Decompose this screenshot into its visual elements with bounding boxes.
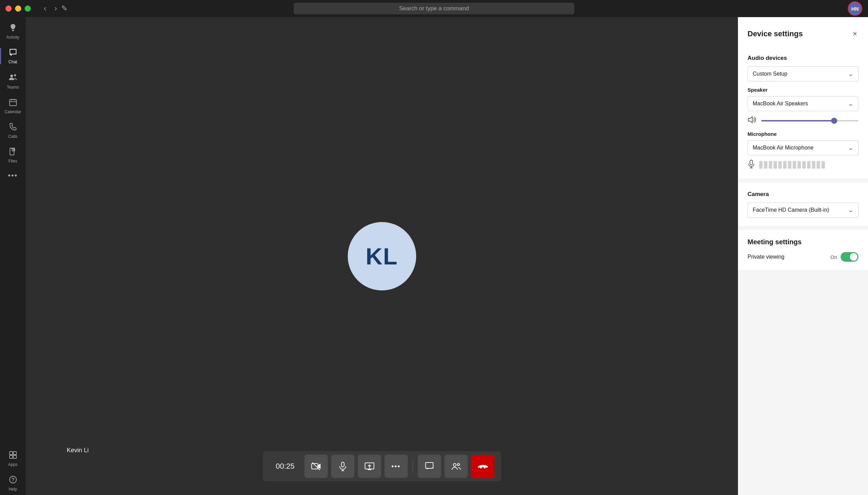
private-viewing-label: Private viewing [748,254,784,260]
search-placeholder: Search or type a command [399,5,469,12]
main-layout: Activity Chat Teams Calenda [0,17,868,495]
svg-point-24 [457,464,459,466]
microphone-label: Microphone [748,131,858,137]
more-options-icon: ••• [391,463,400,470]
maximize-window-btn[interactable] [25,5,31,12]
calendar-icon [9,98,17,108]
participants-button[interactable] [444,455,468,478]
svg-point-0 [10,75,13,77]
private-viewing-row: Private viewing On [748,252,858,262]
audio-devices-section: Audio devices Custom Setup ⌄ Speaker Mac… [738,47,868,179]
mic-bar-10 [802,161,806,169]
speaker-chevron-icon: ⌄ [848,100,853,107]
speaker-dropdown[interactable]: MacBook Air Speakers ⌄ [748,96,858,111]
participant-initials: KL [366,243,398,270]
volume-fill [761,120,834,121]
audio-devices-label: Audio devices [748,55,858,62]
svg-rect-22 [425,463,433,468]
toggle-knob [850,253,857,261]
traffic-lights [5,5,31,12]
device-settings-panel: Device settings × Audio devices Custom S… [738,17,868,495]
camera-section: Camera FaceTime HD Camera (Built-in) ⌄ [738,183,868,226]
mic-bar-7 [788,161,791,169]
volume-icon [748,116,756,126]
svg-marker-25 [748,117,752,123]
svg-rect-10 [10,455,13,458]
private-viewing-state: On [830,254,837,260]
sidebar-item-more[interactable]: ••• [0,168,26,183]
sidebar-item-calls[interactable]: Calls [0,119,26,142]
sidebar: Activity Chat Teams Calenda [0,17,26,495]
sidebar-item-teams[interactable]: Teams [0,69,26,93]
meeting-settings-section: Meeting settings Private viewing On [738,230,868,270]
new-chat-button[interactable]: ✎ [61,4,67,13]
svg-point-23 [453,464,456,466]
sidebar-item-chat[interactable]: Chat [0,44,26,68]
audio-device-value: Custom Setup [753,71,787,77]
calendar-label: Calendar [4,109,21,114]
svg-rect-2 [10,100,16,106]
toggle-video-button[interactable] [304,455,328,478]
microphone-dropdown[interactable]: MacBook Air Microphone ⌄ [748,140,858,155]
more-options-button[interactable]: ••• [384,455,408,478]
apps-label: Apps [8,462,17,467]
chat-button[interactable] [418,455,441,478]
speaker-value: MacBook Air Speakers [753,101,808,107]
svg-text:?: ? [11,477,14,482]
back-button[interactable]: ‹ [41,3,49,14]
settings-header: Device settings × [738,17,868,47]
help-icon: ? [9,475,17,485]
microphone-value: MacBook Air Microphone [753,145,814,151]
end-call-button[interactable] [471,455,494,478]
mic-level-bars [759,161,825,169]
nav-buttons: ‹ › [41,3,60,14]
svg-point-1 [14,74,16,76]
controls-divider [412,459,413,473]
volume-thumb[interactable] [831,118,837,124]
sidebar-item-help[interactable]: ? Help [0,472,26,495]
camera-label: Camera [748,191,858,198]
mic-bar-3 [769,161,772,169]
share-screen-button[interactable] [358,455,381,478]
minimize-window-btn[interactable] [15,5,21,12]
private-viewing-toggle[interactable] [841,252,858,262]
settings-close-button[interactable]: × [851,28,858,40]
mic-bar-2 [764,161,767,169]
mic-bar-6 [783,161,787,169]
forward-button[interactable]: › [52,3,60,14]
mic-bar-13 [817,161,820,169]
sidebar-item-files[interactable]: Files [0,144,26,167]
speaker-label: Speaker [748,87,858,93]
svg-rect-9 [13,452,16,455]
mic-bar-11 [807,161,810,169]
audio-device-dropdown[interactable]: Custom Setup ⌄ [748,66,858,81]
svg-rect-14 [311,464,318,469]
settings-title: Device settings [748,29,803,38]
call-timer: 00:25 [268,462,302,471]
search-bar[interactable]: Search or type a command [294,3,574,14]
sidebar-item-apps[interactable]: Apps [0,447,26,470]
sidebar-item-activity[interactable]: Activity [0,20,26,43]
chat-icon [9,48,17,58]
activity-label: Activity [6,35,19,40]
close-window-btn[interactable] [5,5,12,12]
user-avatar[interactable]: HN [847,1,863,16]
mic-bar-1 [759,161,763,169]
calls-icon [9,122,17,133]
video-area: KL Kevin Li 00:25 ••• [26,17,738,495]
camera-chevron-icon: ⌄ [848,206,853,214]
activity-icon [9,23,17,34]
toggle-mute-button[interactable] [331,455,354,478]
mic-bar-12 [812,161,815,169]
teams-label: Teams [7,85,19,90]
svg-rect-26 [750,160,753,165]
mic-level-row [748,159,858,170]
volume-slider[interactable] [761,120,858,121]
mic-icon [748,159,755,170]
camera-value: FaceTime HD Camera (Built-in) [753,207,829,213]
title-bar: ‹ › ✎ Search or type a command HN [0,0,868,17]
mic-bar-5 [778,161,782,169]
files-label: Files [9,159,17,164]
camera-dropdown[interactable]: FaceTime HD Camera (Built-in) ⌄ [748,203,858,218]
sidebar-item-calendar[interactable]: Calendar [0,94,26,118]
